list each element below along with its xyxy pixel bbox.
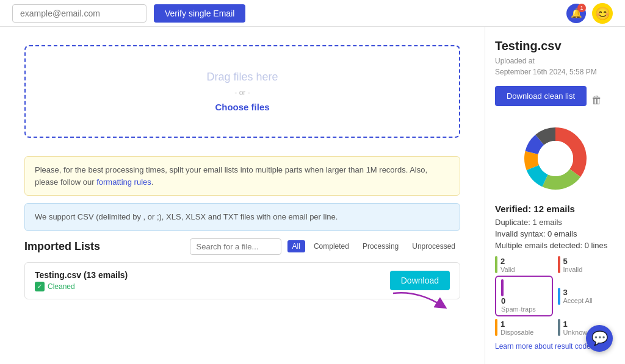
status-check-icon: ✓ — [35, 282, 45, 291]
disposable-stat-item: 1 Disposable — [495, 319, 553, 336]
accept-all-bar — [558, 288, 560, 305]
spam-traps-stat-info: 0 Spam-traps — [501, 296, 547, 313]
file-title: Testing.csv — [495, 39, 615, 53]
info-yellow-text: Please, for the best processing times, s… — [35, 165, 427, 187]
chat-bubble-button[interactable]: 💬 — [586, 325, 613, 352]
filter-all[interactable]: All — [287, 240, 305, 252]
search-input[interactable] — [190, 238, 281, 255]
info-blue-text: We support CSV (delimited by , or ;), XL… — [35, 212, 338, 221]
spam-traps-label: Spam-traps — [501, 305, 547, 313]
disposable-stat-info: 1 Disposable — [500, 319, 533, 336]
avatar[interactable]: 😊 — [592, 3, 613, 24]
unknown-count: 1 — [563, 319, 591, 329]
svg-point-6 — [538, 141, 573, 176]
file-drop-zone[interactable]: Drag files here - or - Choose files — [24, 45, 460, 138]
delete-file-button[interactable]: 🗑 — [591, 94, 602, 107]
accept-all-count: 3 — [563, 288, 593, 297]
spam-traps-bar — [501, 279, 504, 296]
list-item-status: ✓ Cleaned — [35, 282, 383, 291]
imported-lists-header: Imported Lists All Completed Processing … — [24, 238, 460, 255]
duplicate-stat: Duplicate: 1 emails — [495, 218, 615, 227]
verified-stat: Verified: 12 emails — [495, 204, 615, 214]
right-panel: Testing.csv Uploaded at September 16th 2… — [485, 27, 625, 364]
valid-stat-info: 2 Valid — [500, 257, 515, 273]
disposable-count: 1 — [500, 319, 533, 329]
accept-all-stat-info: 3 Accept All — [563, 288, 593, 304]
invalid-bar — [558, 256, 560, 273]
list-item: Testing.csv (13 emails) ✓ Cleaned Downlo… — [24, 262, 460, 299]
choose-files-link[interactable]: Choose files — [215, 102, 269, 112]
spam-traps-count: 0 — [501, 296, 547, 305]
filter-completed[interactable]: Completed — [309, 240, 354, 252]
multiple-emails-stat: Multiple emails detected: 0 lines — [495, 241, 615, 250]
header: Verify single Email 🔔 1 😊 — [0, 0, 625, 27]
invalid-label: Invalid — [563, 266, 583, 273]
imported-lists-title: Imported Lists — [24, 240, 100, 253]
filter-tabs: All Completed Processing Unprocessed — [287, 240, 460, 252]
filter-unprocessed[interactable]: Unprocessed — [407, 240, 460, 252]
spam-traps-stat-item: 0 Spam-traps — [495, 276, 553, 316]
download-button[interactable]: Download — [390, 271, 450, 290]
info-box-blue: We support CSV (delimited by , or ;), XL… — [24, 203, 460, 231]
drag-files-text: Drag files here — [50, 71, 435, 84]
accept-all-stat-item: 3 Accept All — [558, 276, 616, 316]
panel-top-actions: Download clean list 🗑 — [495, 86, 615, 115]
formatting-rules-link[interactable]: formatting rules — [96, 177, 151, 187]
valid-bar — [495, 256, 497, 273]
donut-chart — [519, 122, 592, 195]
email-input[interactable] — [12, 4, 146, 23]
bottom-stats-grid: 2 Valid 5 Invalid 0 Spam-traps — [495, 256, 615, 336]
filter-processing[interactable]: Processing — [358, 240, 403, 252]
list-item-info: Testing.csv (13 emails) ✓ Cleaned — [35, 270, 383, 291]
verify-single-email-button[interactable]: Verify single Email — [154, 4, 245, 23]
main-layout: Drag files here - or - Choose files Plea… — [0, 27, 625, 364]
upload-info: Uploaded at September 16th 2024, 5:58 PM — [495, 55, 615, 77]
valid-stat-item: 2 Valid — [495, 256, 553, 273]
unknown-bar — [558, 319, 560, 336]
header-icons: 🔔 1 😊 — [566, 3, 613, 24]
download-clean-list-button[interactable]: Download clean list — [495, 86, 587, 106]
donut-chart-container — [495, 122, 615, 195]
disposable-label: Disposable — [500, 329, 533, 336]
valid-count: 2 — [500, 257, 515, 266]
notifications-button[interactable]: 🔔 1 — [566, 4, 586, 23]
list-item-name: Testing.csv (13 emails) — [35, 270, 383, 280]
list-item-wrapper: Testing.csv (13 emails) ✓ Cleaned Downlo… — [24, 262, 460, 299]
invalid-stat-item: 5 Invalid — [558, 256, 616, 273]
info-box-yellow: Please, for the best processing times, s… — [24, 156, 460, 196]
disposable-bar — [495, 319, 497, 336]
status-label: Cleaned — [48, 282, 75, 291]
accept-all-label: Accept All — [563, 297, 593, 304]
invalid-stat-info: 5 Invalid — [563, 257, 583, 273]
or-text: - or - — [50, 88, 435, 97]
invalid-count: 5 — [563, 257, 583, 266]
notification-badge: 1 — [577, 4, 586, 12]
valid-label: Valid — [500, 266, 515, 273]
invalid-syntax-stat: Invalid syntax: 0 emails — [495, 229, 615, 238]
left-panel: Drag files here - or - Choose files Plea… — [0, 27, 485, 364]
